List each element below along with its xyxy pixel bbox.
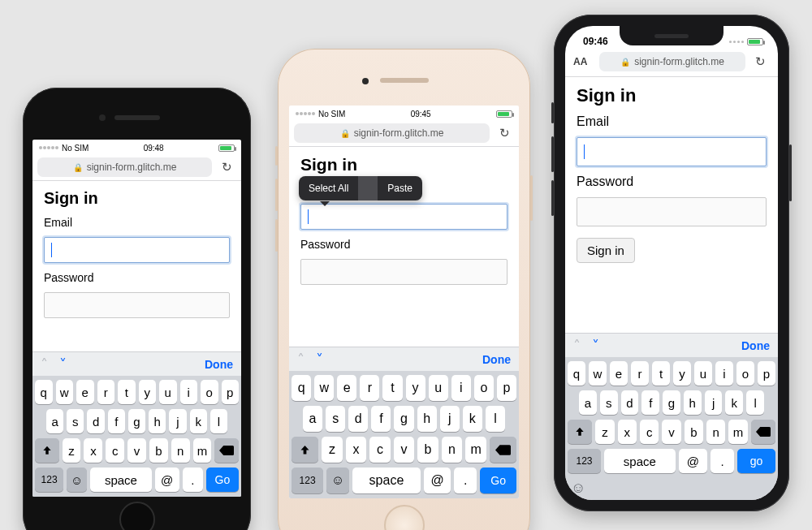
key-a[interactable]: a (303, 406, 322, 432)
key-v[interactable]: v (394, 437, 415, 463)
key-r[interactable]: r (360, 375, 379, 401)
space-key[interactable]: space (604, 449, 676, 473)
key-f[interactable]: f (108, 409, 125, 433)
shift-key[interactable] (292, 437, 318, 463)
key-y[interactable]: y (139, 380, 157, 404)
key-m[interactable]: m (728, 420, 747, 444)
key-e[interactable]: e (610, 361, 628, 386)
numbers-key[interactable]: 123 (35, 468, 63, 492)
key-i[interactable]: i (451, 375, 471, 401)
context-select-all[interactable]: Select All (299, 176, 358, 200)
backspace-key[interactable] (490, 437, 516, 463)
key-q[interactable]: q (35, 380, 53, 404)
key-d[interactable]: d (621, 390, 639, 415)
key-o[interactable]: o (736, 361, 754, 386)
key-n[interactable]: n (171, 438, 190, 463)
key-t[interactable]: t (382, 375, 402, 401)
key-u[interactable]: u (429, 375, 448, 401)
next-field-chevron-icon[interactable]: ˅ (59, 355, 67, 373)
key-w[interactable]: w (314, 375, 334, 401)
home-button[interactable] (384, 505, 425, 530)
backspace-key[interactable] (214, 438, 239, 463)
go-key[interactable]: go (737, 449, 775, 473)
key-p[interactable]: p (758, 361, 775, 386)
emoji-key[interactable]: ☺ (571, 480, 585, 497)
keyboard-done-button[interactable]: Done (741, 339, 770, 352)
shift-key[interactable] (568, 420, 592, 444)
prev-field-chevron-icon[interactable]: ˄ (41, 355, 48, 373)
key-k[interactable]: k (190, 409, 207, 433)
key-d[interactable]: d (87, 409, 104, 433)
key-x[interactable]: x (618, 420, 637, 444)
key-f[interactable]: f (641, 390, 659, 415)
prev-field-chevron-icon[interactable]: ˄ (573, 337, 581, 355)
signin-button[interactable]: Sign in (577, 238, 635, 263)
key-g[interactable]: g (128, 409, 145, 433)
key-o[interactable]: o (474, 375, 494, 401)
go-key[interactable]: Go (480, 468, 516, 493)
key-h[interactable]: h (417, 406, 437, 432)
dot-key[interactable]: . (454, 468, 477, 493)
key-g[interactable]: g (663, 390, 680, 415)
key-c[interactable]: c (369, 437, 391, 463)
key-w[interactable]: w (56, 380, 74, 404)
key-y[interactable]: y (406, 375, 425, 401)
address-field[interactable]: 🔒 signin-form.glitch.me (599, 52, 745, 71)
at-key[interactable]: @ (679, 449, 707, 473)
address-field[interactable]: 🔒 signin-form.glitch.me (37, 157, 212, 177)
key-z[interactable]: z (595, 420, 614, 444)
context-paste[interactable]: Paste (378, 176, 422, 200)
emoji-key[interactable]: ☺ (67, 468, 87, 492)
next-field-chevron-icon[interactable]: ˅ (592, 337, 599, 355)
home-button[interactable] (119, 502, 155, 530)
key-s[interactable]: s (600, 390, 618, 415)
key-s[interactable]: s (326, 406, 345, 432)
key-t[interactable]: t (118, 380, 136, 404)
password-field[interactable] (44, 292, 230, 318)
key-u[interactable]: u (159, 380, 177, 404)
key-f[interactable]: f (371, 406, 391, 432)
prev-field-chevron-icon[interactable]: ˄ (297, 351, 304, 368)
key-j[interactable]: j (169, 409, 186, 433)
keyboard-done-button[interactable]: Done (482, 353, 511, 366)
key-q[interactable]: q (292, 375, 311, 401)
go-key[interactable]: Go (206, 468, 239, 492)
key-e[interactable]: e (337, 375, 356, 401)
key-o[interactable]: o (201, 380, 218, 404)
key-i[interactable]: i (715, 361, 733, 386)
address-field[interactable]: 🔒 signin-form.glitch.me (294, 123, 490, 143)
dot-key[interactable]: . (710, 449, 734, 473)
key-v[interactable]: v (662, 420, 680, 444)
key-i[interactable]: i (180, 380, 198, 404)
key-q[interactable]: q (568, 361, 585, 386)
key-s[interactable]: s (67, 409, 84, 433)
at-key[interactable]: @ (424, 468, 451, 493)
key-u[interactable]: u (694, 361, 712, 386)
key-p[interactable]: p (497, 375, 516, 401)
key-t[interactable]: t (652, 361, 670, 386)
key-a[interactable]: a (46, 409, 63, 433)
key-j[interactable]: j (705, 390, 723, 415)
refresh-icon[interactable]: ↻ (495, 126, 514, 140)
key-h[interactable]: h (149, 409, 166, 433)
key-b[interactable]: b (417, 437, 438, 463)
key-n[interactable]: n (706, 420, 725, 444)
at-key[interactable]: @ (155, 468, 179, 492)
key-z[interactable]: z (63, 438, 81, 463)
dot-key[interactable]: . (183, 468, 203, 492)
key-e[interactable]: e (76, 380, 94, 404)
key-v[interactable]: v (127, 438, 146, 463)
key-b[interactable]: b (685, 420, 703, 444)
key-k[interactable]: k (463, 406, 482, 432)
key-n[interactable]: n (442, 437, 463, 463)
backspace-key[interactable] (751, 420, 775, 444)
text-size-button[interactable]: AA (573, 56, 594, 67)
password-field[interactable] (300, 259, 508, 285)
key-w[interactable]: w (589, 361, 607, 386)
key-x[interactable]: x (346, 437, 367, 463)
key-h[interactable]: h (684, 390, 702, 415)
next-field-chevron-icon[interactable]: ˅ (316, 351, 323, 368)
key-z[interactable]: z (322, 437, 343, 463)
key-c[interactable]: c (106, 438, 124, 463)
numbers-key[interactable]: 123 (568, 449, 601, 473)
